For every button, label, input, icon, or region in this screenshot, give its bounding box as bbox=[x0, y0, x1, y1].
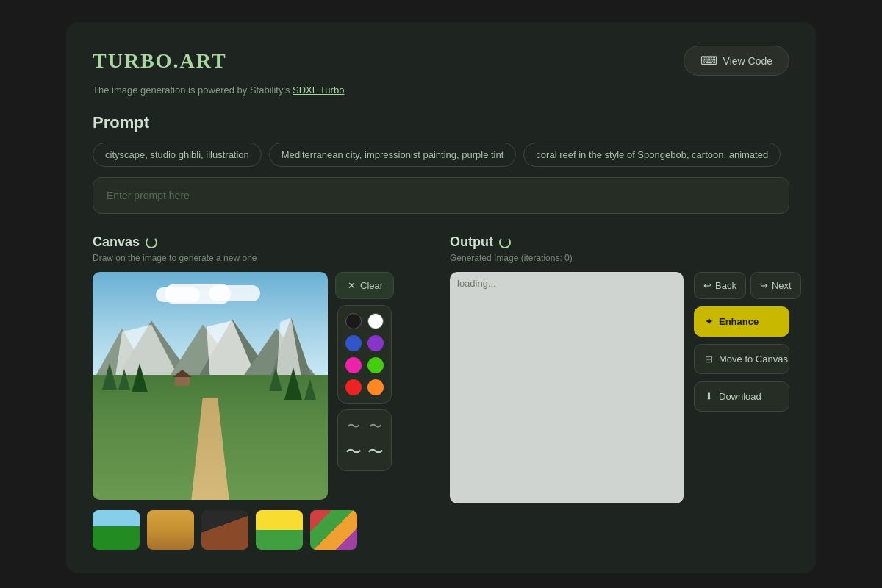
subtitle: The image generation is powered by Stabi… bbox=[93, 85, 789, 96]
canvas-area: ✕ Clear 〜 〜 bbox=[93, 272, 432, 500]
output-actions: ↩ Back ↪ Next ✦ Enhance ⊞ bbox=[694, 272, 789, 503]
prompt-chip-3[interactable]: coral reef in the style of Spongebob, ca… bbox=[523, 143, 781, 167]
prompt-chip-2[interactable]: Mediterranean city, impressionist painti… bbox=[269, 143, 517, 167]
prompt-chips: cityscape, studio ghibli, illustration M… bbox=[93, 143, 789, 167]
thumbnail-car[interactable] bbox=[201, 510, 248, 550]
clear-button[interactable]: ✕ Clear bbox=[335, 272, 394, 299]
color-green[interactable] bbox=[368, 357, 384, 373]
back-button[interactable]: ↩ Back bbox=[694, 272, 746, 299]
brush-grid: 〜 〜 〜 〜 bbox=[337, 409, 392, 471]
color-purple[interactable] bbox=[368, 335, 384, 351]
prompt-chip-1[interactable]: cityscape, studio ghibli, illustration bbox=[93, 143, 262, 167]
next-button[interactable]: ↪ Next bbox=[750, 272, 801, 299]
output-image: loading... bbox=[450, 272, 684, 503]
color-orange[interactable] bbox=[368, 379, 384, 395]
mountain-scene bbox=[93, 272, 328, 500]
code-icon: ⌨ bbox=[700, 54, 717, 68]
app-container: TURBO.ART ⌨ View Code The image generati… bbox=[66, 22, 816, 573]
canvas-title: Canvas bbox=[93, 234, 432, 250]
prompt-input[interactable] bbox=[93, 177, 789, 214]
download-button[interactable]: ⬇ Download bbox=[694, 381, 789, 412]
color-grid bbox=[337, 305, 392, 404]
logo: TURBO.ART bbox=[93, 49, 227, 73]
logo-text: TURBO.ART bbox=[93, 49, 227, 73]
brush-thick-wavy[interactable]: 〜 bbox=[345, 441, 362, 463]
canvas-panel: Canvas Draw on the image to generate a n… bbox=[93, 234, 432, 550]
chalet bbox=[175, 376, 190, 386]
back-icon: ↩ bbox=[703, 280, 711, 291]
canvas-spinner-icon bbox=[146, 237, 157, 248]
brush-thick-wavy-2[interactable]: 〜 bbox=[368, 441, 384, 463]
thumbnail-mountains[interactable] bbox=[93, 510, 140, 550]
color-blue[interactable] bbox=[345, 335, 362, 351]
brush-thin-wavy[interactable]: 〜 bbox=[345, 417, 362, 435]
move-to-canvas-button[interactable]: ⊞ Move to Canvas bbox=[694, 344, 789, 374]
color-black[interactable] bbox=[345, 313, 362, 329]
output-spinner-icon bbox=[499, 237, 511, 248]
output-title: Output bbox=[450, 234, 789, 250]
canvas-subtitle: Draw on the image to generate a new one bbox=[93, 253, 432, 263]
loading-text: loading... bbox=[457, 278, 496, 289]
download-icon: ⬇ bbox=[705, 391, 713, 402]
thumbnail-corgi[interactable] bbox=[147, 510, 194, 550]
trees-right bbox=[269, 368, 316, 400]
next-icon: ↪ bbox=[760, 280, 768, 291]
move-icon: ⊞ bbox=[705, 354, 713, 365]
output-subtitle: Generated Image (iterations: 0) bbox=[450, 253, 789, 263]
header: TURBO.ART ⌨ View Code bbox=[93, 46, 789, 76]
output-panel: Output Generated Image (iterations: 0) l… bbox=[450, 234, 789, 550]
thumbnail-row bbox=[93, 510, 432, 550]
color-white[interactable] bbox=[368, 313, 384, 329]
canvas-image[interactable] bbox=[93, 272, 328, 500]
tools-panel: ✕ Clear 〜 〜 bbox=[335, 272, 394, 471]
enhance-button[interactable]: ✦ Enhance bbox=[694, 306, 789, 337]
nav-buttons: ↩ Back ↪ Next bbox=[694, 272, 789, 299]
brush-thin-wavy-2[interactable]: 〜 bbox=[368, 417, 384, 435]
clear-icon: ✕ bbox=[348, 280, 356, 291]
view-code-button[interactable]: ⌨ View Code bbox=[684, 46, 789, 76]
main-panels: Canvas Draw on the image to generate a n… bbox=[93, 234, 789, 550]
output-area: loading... ↩ Back ↪ Next bbox=[450, 272, 789, 503]
color-red[interactable] bbox=[345, 379, 362, 395]
sdxl-link[interactable]: SDXL Turbo bbox=[293, 85, 344, 96]
thumbnail-food[interactable] bbox=[310, 510, 357, 550]
thumbnail-sunflower[interactable] bbox=[256, 510, 303, 550]
color-pink[interactable] bbox=[345, 357, 362, 373]
prompt-label: Prompt bbox=[93, 113, 789, 132]
output-image-container: loading... bbox=[450, 272, 684, 503]
trees-group bbox=[102, 363, 148, 392]
enhance-icon: ✦ bbox=[705, 316, 713, 327]
